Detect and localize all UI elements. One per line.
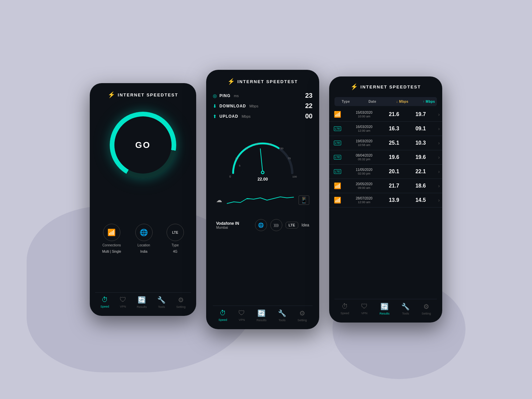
svg-text:0: 0: [229, 175, 231, 178]
upload-value: 00: [305, 112, 313, 120]
go-button[interactable]: GO: [110, 112, 176, 178]
col-date: Date: [356, 100, 389, 103]
nav-tools-2[interactable]: 🔧 Tools: [278, 309, 286, 322]
speedtest-icon-2: ⚡: [227, 78, 235, 85]
screens-container: ⚡ INTERNET SPEEDTEST GO 📶 Connections Mu…: [90, 70, 442, 329]
setting-nav-icon-1: ⚙: [178, 296, 184, 304]
wave-svg: [225, 192, 296, 208]
tools-nav-label-3: Tools: [402, 312, 409, 315]
nav-vpn-2[interactable]: 🛡 VPN: [238, 309, 245, 322]
results-nav-icon-1: 🔄: [138, 296, 146, 304]
signal-graph: ☁ 📱: [213, 189, 313, 212]
type-icon: LTE: [167, 224, 184, 241]
setting-nav-label-1: Setting: [176, 305, 186, 309]
nav-setting-3[interactable]: ⚙ Setting: [422, 303, 431, 315]
table-row[interactable]: LTE 08/04/2020 05:32 pm 19.6 19.6 ›: [329, 150, 442, 165]
row-download-3: 19.6: [381, 154, 407, 160]
isp-bar: Vodafone IN Mumbai 🌐 )))) LTE Idea: [213, 215, 313, 235]
nav-tools-3[interactable]: 🔧 Tools: [401, 303, 410, 315]
results-table: 📶 15/03/2020 10:00 am 21.6 19.7 › LTE 16…: [329, 107, 442, 207]
table-header: Type Date ↓ Mbps ↑ Mbps: [334, 97, 437, 106]
table-row[interactable]: 📶 20/05/2020 09:00 am 21.7 18.6 ›: [329, 179, 442, 193]
row-type-0: 📶: [329, 111, 347, 118]
vpn-nav-icon-3: 🛡: [361, 303, 368, 310]
isp-signal-icon: )))): [270, 219, 282, 231]
svg-text:20: 20: [255, 143, 258, 146]
results-nav-label-1: Results: [137, 305, 147, 309]
table-row[interactable]: LTE 16/03/2020 12:00 am 16.3 09.1 ›: [329, 122, 442, 136]
isp-name: Vodafone IN: [216, 221, 239, 226]
tools-nav-label-1: Tools: [158, 305, 165, 309]
nav-speed-1[interactable]: ⏱ Speed: [100, 296, 109, 309]
nav-results-2[interactable]: 🔄 Results: [256, 309, 266, 322]
upload-stat: ⬆ UPLOAD Mbps 00: [213, 112, 313, 120]
row-download-0: 21.6: [381, 111, 407, 117]
row-type-6: 📶: [329, 197, 347, 204]
nav-tools-1[interactable]: 🔧 Tools: [157, 296, 166, 309]
setting-nav-icon-3: ⚙: [423, 303, 429, 311]
nav-results-1[interactable]: 🔄 Results: [137, 296, 147, 309]
phone-1-go-screen: ⚡ INTERNET SPEEDTEST GO 📶 Connections Mu…: [90, 83, 196, 316]
nav-setting-1[interactable]: ⚙ Setting: [176, 296, 186, 309]
nav-results-3[interactable]: 🔄 Results: [379, 303, 389, 315]
phone1-bottom-nav: ⏱ Speed 🛡 VPN 🔄 Results 🔧 Tools ⚙ Settin…: [95, 292, 191, 311]
row-date-2: 19/03/2020 10:58 am: [347, 139, 381, 147]
row-download-4: 20.1: [381, 169, 407, 175]
row-upload-0: 19.7: [407, 111, 434, 117]
tools-nav-icon-3: 🔧: [401, 303, 410, 311]
table-row[interactable]: LTE 19/03/2020 10:58 am 25.1 10.3 ›: [329, 136, 442, 150]
col-type: Type: [336, 100, 356, 103]
row-chevron-1: ›: [434, 126, 442, 131]
row-date-3: 08/04/2020 05:32 pm: [347, 154, 381, 161]
vpn-nav-label-3: VPN: [361, 312, 367, 315]
speed-nav-label-3: Speed: [340, 312, 349, 315]
row-download-1: 16.3: [381, 126, 407, 132]
stats-row: ◎ PING ms 23 ⬇ DOWNLOAD Mbps 22 ⬆ UPLOAD: [213, 92, 313, 120]
ping-unit: ms: [234, 94, 239, 98]
connections-label: Connections: [102, 243, 121, 248]
svg-line-9: [260, 149, 263, 172]
type-value: 4G: [173, 250, 177, 253]
vpn-nav-icon-1: 🛡: [120, 296, 126, 304]
phone-2-speed-screen: ⚡ INTERNET SPEEDTEST ◎ PING ms 23 ⬇ DOWN…: [206, 70, 319, 329]
row-chevron-0: ›: [434, 112, 442, 117]
table-row[interactable]: 📶 28/07/2020 12:00 am 13.9 14.5 ›: [329, 193, 442, 207]
download-icon: ⬇: [213, 103, 217, 109]
speedtest-icon-3: ⚡: [350, 83, 358, 90]
speed-nav-label-1: Speed: [100, 305, 109, 308]
lte-type-icon: LTE: [334, 126, 341, 131]
speed-nav-icon-3: ⏱: [341, 303, 348, 310]
nav-vpn-1[interactable]: 🛡 VPN: [120, 296, 126, 309]
nav-speed-3[interactable]: ⏱ Speed: [340, 303, 349, 315]
row-upload-2: 10.3: [407, 140, 434, 146]
row-date-4: 11/05/2020 02:00 pm: [347, 168, 381, 175]
row-upload-3: 19.6: [407, 154, 434, 160]
table-row[interactable]: LTE 11/05/2020 02:00 pm 20.1 22.1 ›: [329, 165, 442, 179]
location-info: 🌐 Location India: [135, 224, 153, 253]
row-chevron-6: ›: [434, 198, 442, 203]
nav-speed-2[interactable]: ⏱ Speed: [218, 309, 227, 322]
go-label: GO: [135, 140, 151, 150]
isp-city: Mumbai: [216, 226, 239, 229]
row-date-0: 15/03/2020 10:00 am: [347, 111, 381, 118]
vpn-nav-label-1: VPN: [120, 305, 126, 308]
phone-3-results-screen: ⚡ INTERNET SPEEDTEST Type Date ↓ Mbps ↑ …: [329, 76, 442, 323]
nav-vpn-3[interactable]: 🛡 VPN: [361, 303, 368, 315]
phone3-bottom-nav: ⏱ Speed 🛡 VPN 🔄 Results 🔧 Tools ⚙ Settin…: [334, 299, 437, 317]
col-download: ↓ Mbps: [389, 100, 416, 103]
row-type-3: LTE: [329, 155, 347, 160]
svg-text:100: 100: [292, 175, 297, 178]
svg-text:50: 50: [280, 147, 283, 150]
setting-nav-label-3: Setting: [422, 312, 431, 315]
row-type-5: 📶: [329, 182, 347, 190]
row-chevron-3: ›: [434, 155, 442, 160]
go-button-container: GO: [110, 112, 176, 178]
row-date-5: 20/05/2020 09:00 am: [347, 182, 381, 190]
phone2-title: INTERNET SPEEDTEST: [237, 79, 298, 84]
table-row[interactable]: 📶 15/03/2020 10:00 am 21.6 19.7 ›: [329, 107, 442, 122]
nav-setting-2[interactable]: ⚙ Setting: [298, 309, 307, 322]
results-nav-label-2: Results: [256, 319, 266, 322]
isp-lte-badge: LTE: [286, 222, 298, 228]
speedometer-svg: 0 5 10 15 20 30 50 75 100: [226, 129, 299, 182]
row-upload-6: 14.5: [407, 197, 434, 203]
